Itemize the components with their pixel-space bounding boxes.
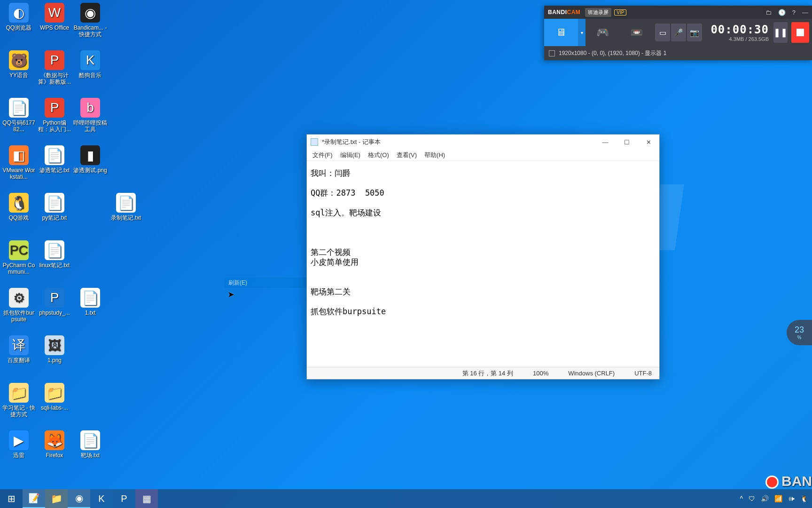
- menu-item[interactable]: 查看(V): [394, 150, 420, 160]
- app-icon: b: [80, 98, 100, 118]
- icon-label: VMware Workstati...: [2, 167, 36, 180]
- desktop-icon[interactable]: P《数据与计算》新教版...: [38, 50, 71, 85]
- taskbar-app[interactable]: ◉: [68, 489, 90, 508]
- taskbar-app[interactable]: 📝: [23, 489, 45, 508]
- desktop-icon[interactable]: 📄靶场.txt: [73, 430, 107, 459]
- icon-label: YY语音: [2, 72, 36, 79]
- menu-item[interactable]: 帮助(H): [422, 150, 448, 160]
- webcam-toggle[interactable]: 📷: [687, 24, 702, 41]
- desktop-icon[interactable]: PPython编程：从入门...: [38, 98, 71, 133]
- speed-value: 23: [795, 325, 804, 335]
- desktop-icon[interactable]: 译百度翻译: [2, 335, 36, 364]
- desktop-icon[interactable]: b哔哩哔哩投稿工具: [73, 98, 107, 133]
- desktop-icon[interactable]: ◧VMware Workstati...: [2, 145, 36, 180]
- speed-badge[interactable]: 23 %: [787, 320, 812, 345]
- record-dot-icon: [765, 476, 779, 489]
- screen-mode-dropdown[interactable]: ▾: [578, 19, 586, 46]
- app-icon: PC: [9, 240, 29, 260]
- tray-icon[interactable]: 🐧: [800, 495, 808, 502]
- icon-label: 抓包软件burpsuite: [2, 310, 36, 323]
- folder-icon[interactable]: 🗀: [765, 9, 772, 16]
- status-zoom: 100%: [530, 370, 551, 377]
- desktop-icon[interactable]: 📄QQ号码617782...: [2, 98, 36, 133]
- notepad-icon: [311, 138, 318, 146]
- icon-label: 学习笔记 - 快捷方式: [2, 405, 36, 418]
- icon-label: 1.txt: [73, 310, 107, 316]
- tray-icon[interactable]: 📶: [774, 495, 782, 502]
- device-icon: 📼: [630, 26, 643, 39]
- desktop-icon[interactable]: PCPyCharm Communi...: [2, 240, 36, 275]
- icon-label: 哔哩哔哩投稿工具: [73, 119, 107, 133]
- desktop-icon[interactable]: K酷狗音乐: [73, 50, 107, 79]
- desktop-icon[interactable]: 📁学习笔记 - 快捷方式: [2, 383, 36, 418]
- desktop-icon[interactable]: ▶迅雷: [2, 430, 36, 459]
- desktop-icon[interactable]: 📄渗透笔记.txt: [38, 145, 71, 174]
- tray-icon[interactable]: 🔊: [761, 495, 769, 502]
- desktop-icon[interactable]: 📄py笔记.txt: [38, 193, 71, 221]
- desktop-icon[interactable]: 🐧QQ游戏: [2, 193, 36, 221]
- desktop-icon[interactable]: Pphpstudy_...: [38, 288, 71, 316]
- taskbar-app[interactable]: ▦: [135, 489, 158, 508]
- menu-item[interactable]: 文件(F): [310, 150, 336, 160]
- statusbar: 第 16 行，第 14 列 100% Windows (CRLF) UTF-8: [307, 367, 659, 379]
- app-icon: K: [80, 50, 100, 70]
- app-icon: P: [45, 288, 64, 308]
- desktop-icon[interactable]: 🐻YY语音: [2, 50, 36, 79]
- context-menu-item-refresh[interactable]: 刷新(E): [225, 278, 307, 288]
- desktop-icon[interactable]: 🦊Firefox: [38, 430, 71, 459]
- desktop-icon[interactable]: ◐QQ浏览器: [2, 3, 36, 31]
- taskbar-app[interactable]: K: [90, 489, 113, 508]
- desktop-icon[interactable]: 📁sqli-labs-...: [38, 383, 71, 411]
- icon-label: sqli-labs-...: [38, 405, 71, 411]
- fullscreen-checkbox[interactable]: [549, 50, 555, 56]
- pause-button[interactable]: ❚❚: [773, 22, 788, 43]
- device-mode-tab[interactable]: 📼: [619, 19, 653, 46]
- desktop-icon[interactable]: 📄1.txt: [73, 288, 107, 316]
- maximize-button[interactable]: ☐: [616, 135, 638, 150]
- icon-label: 1.png: [38, 357, 71, 364]
- desktop-icon[interactable]: 📄linux笔记.txt: [38, 240, 71, 269]
- desktop-icon[interactable]: ◉Bandicam... - 快捷方式: [73, 3, 107, 38]
- tray-icon[interactable]: ^: [740, 495, 743, 502]
- taskbar-app[interactable]: ⊞: [0, 489, 23, 508]
- icon-label: py笔记.txt: [38, 214, 71, 221]
- desktop-icon[interactable]: ⚙抓包软件burpsuite: [2, 288, 36, 323]
- app-icon: ▮: [80, 145, 100, 165]
- screen-mode-tab[interactable]: 🖥: [544, 19, 578, 46]
- app-icon: 📁: [9, 383, 29, 403]
- mic-toggle[interactable]: 🎤: [671, 24, 686, 41]
- desktop-icon[interactable]: 🖼1.png: [38, 335, 71, 364]
- desktop-icon[interactable]: 📄录制笔记.txt: [109, 193, 143, 221]
- menubar: 文件(F)编辑(E)格式(O)查看(V)帮助(H): [307, 150, 659, 161]
- status-pos: 第 16 行，第 14 列: [460, 369, 516, 378]
- cursor-toggle[interactable]: ▭: [655, 24, 670, 41]
- app-icon: 📄: [80, 430, 100, 450]
- minimize-button[interactable]: —: [594, 135, 616, 150]
- app-icon: ⚙: [9, 288, 29, 308]
- taskbar-app[interactable]: P: [113, 489, 135, 508]
- stop-button[interactable]: [791, 22, 809, 43]
- app-icon: ◧: [9, 145, 29, 165]
- notepad-window: *录制笔记.txt - 记事本 — ☐ ✕ 文件(F)编辑(E)格式(O)查看(…: [306, 134, 660, 380]
- desktop-icon[interactable]: WWPS Office: [38, 3, 71, 31]
- taskbar-app[interactable]: 📁: [45, 489, 68, 508]
- help-icon[interactable]: ?: [792, 9, 796, 16]
- clock-icon[interactable]: 🕓: [778, 9, 786, 16]
- app-icon: 📄: [116, 193, 136, 213]
- capture-info-bar: 1920x1080 - (0, 0), (1920, 1080) - 显示器 1: [544, 46, 812, 60]
- titlebar[interactable]: *录制笔记.txt - 记事本 — ☐ ✕: [307, 135, 659, 150]
- app-icon: 📄: [80, 288, 100, 308]
- tray-icon[interactable]: 🛡: [749, 495, 755, 502]
- minimize-icon[interactable]: —: [802, 9, 808, 16]
- menu-item[interactable]: 编辑(E): [337, 150, 363, 160]
- text-area[interactable]: 我叫：闫爵 QQ群：2873 5050 sql注入。靶场建设 第二个视频 小皮简…: [307, 161, 659, 354]
- icon-label: 录制笔记.txt: [109, 214, 143, 221]
- system-tray: ^🛡🔊📶🕪🐧: [740, 495, 812, 502]
- menu-item[interactable]: 格式(O): [365, 150, 392, 160]
- bandicam-titlebar[interactable]: BANDICAM 班迪录屏 VIP 🗀 🕓 ? —: [544, 6, 812, 19]
- game-mode-tab[interactable]: 🎮: [586, 19, 619, 46]
- desktop-icon[interactable]: ▮渗透测试.png: [73, 145, 107, 174]
- bandicam-watermark: BAN: [765, 473, 812, 489]
- close-button[interactable]: ✕: [638, 135, 659, 150]
- tray-icon[interactable]: 🕪: [788, 495, 795, 502]
